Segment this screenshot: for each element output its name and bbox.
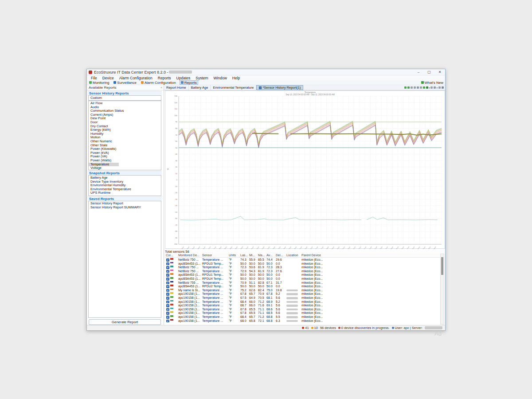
row-checkbox[interactable]: ✓ <box>166 282 169 285</box>
last-cell: 68.0 <box>240 319 249 323</box>
table-row[interactable]: ✓apc190158 (1...Temperature ...°F67.865.… <box>165 292 440 296</box>
report-type-ups-runtime[interactable]: UPS Runtime <box>89 191 161 195</box>
row-checkbox[interactable]: ✓ <box>166 274 169 277</box>
table-row[interactable]: ✓My name is Si...Temperature ...°F75.262… <box>165 289 440 293</box>
row-checkbox[interactable]: ✓ <box>166 270 169 273</box>
column-header-mi-[interactable]: Mi... <box>249 254 258 257</box>
column-header-parent-device[interactable]: Parent Device <box>301 254 355 257</box>
row-checkbox[interactable]: ✓ <box>166 258 169 262</box>
row-checkbox[interactable]: ✓ <box>166 301 169 304</box>
table-row[interactable]: ✓NetBotz 750 ...Temperature ...°F74.355.… <box>165 258 440 262</box>
column-header-location[interactable]: Location <box>286 254 301 257</box>
toolbar-reports[interactable]: Reports <box>180 80 198 85</box>
maximize-button[interactable]: ▢ <box>424 69 434 75</box>
table-row[interactable]: ✓apc190158 (1...Temperature ...°F67.564.… <box>165 296 440 300</box>
row-select-cell: ✓ <box>166 300 176 304</box>
svg-text:0: 0 <box>176 179 178 181</box>
chart-tool-icon-14[interactable] <box>442 86 444 89</box>
table-row[interactable]: ✓apc190158 (1...Temperature ...°F68.466.… <box>165 300 440 304</box>
row-checkbox[interactable]: ✓ <box>166 308 169 311</box>
column-header-sensor[interactable]: Sensor <box>202 254 229 257</box>
row-checkbox[interactable]: ✓ <box>166 297 169 300</box>
menu-file[interactable]: File <box>88 76 100 80</box>
row-checkbox[interactable]: ✓ <box>166 320 169 323</box>
svg-text:08:00: 08:00 <box>219 246 222 249</box>
column-header-av-[interactable]: Av... <box>266 254 276 257</box>
close-button[interactable]: ✕ <box>434 69 445 75</box>
chart-tool-icon-11[interactable] <box>434 86 436 89</box>
chart-tool-icon-5[interactable] <box>417 86 419 89</box>
menu-help[interactable]: Help <box>230 76 243 80</box>
tab-battery-age[interactable]: Battery Age <box>189 85 211 90</box>
row-checkbox[interactable]: ✓ <box>166 285 169 288</box>
chart-tool-icon-13[interactable] <box>438 86 441 89</box>
menu-device[interactable]: Device <box>100 76 117 80</box>
table-row[interactable]: ✓NetBotz 750 ...Temperature ...°F72.353.… <box>165 266 440 270</box>
row-checkbox[interactable]: ✓ <box>166 262 169 266</box>
table-row[interactable]: ✓NetBotz 755 ...Temperature ...°F70.951.… <box>165 281 440 285</box>
row-select-cell: ✓ <box>166 311 176 315</box>
table-scrollbar-thumb[interactable] <box>441 257 443 275</box>
column-header-las-[interactable]: Las... <box>240 254 249 257</box>
toolbar-surveillance[interactable]: Surveillance <box>113 80 137 85</box>
table-row[interactable]: ✓apcB5A453 (1...RPDU1 Temp...°F50.050.05… <box>165 273 440 277</box>
report-type-air-flow[interactable]: Air Flow <box>89 102 161 106</box>
report-type-dew-point[interactable]: Dew Point <box>89 117 161 121</box>
table-row[interactable]: ✓apc190158 (1...Temperature ...°F67.865.… <box>165 311 440 315</box>
min-cell: 55.9 <box>249 258 258 262</box>
generate-report-button[interactable]: Generate Report <box>89 319 161 325</box>
chart-tool-icon-6[interactable] <box>420 86 422 89</box>
toolbar-monitoring[interactable]: Monitoring <box>88 80 110 85</box>
chart-tool-icon-3[interactable] <box>411 86 413 89</box>
menu-alarm-configuration[interactable]: Alarm Configuration <box>117 76 155 80</box>
row-checkbox[interactable]: ✓ <box>166 293 169 296</box>
row-checkbox[interactable]: ✓ <box>166 278 169 281</box>
table-row[interactable]: ✓apc190158 (1...Temperature ...°F68.766.… <box>165 304 440 308</box>
column-header-ma-[interactable]: Ma... <box>258 254 266 257</box>
whats-new-link[interactable]: What's New <box>421 81 443 85</box>
row-checkbox[interactable]: ✓ <box>166 316 169 319</box>
chart-tool-icon-2[interactable] <box>407 86 410 89</box>
chart-canvas[interactable]: 1301201101009080706050403020100-10-20-30… <box>165 91 445 251</box>
chart-tool-icon-1[interactable] <box>404 86 407 89</box>
chart-tool-icon-7[interactable] <box>423 86 425 89</box>
table-row[interactable]: ✓apc190158 (1...Temperature ...°F67.865.… <box>165 308 440 312</box>
menu-window[interactable]: Window <box>211 76 230 80</box>
chart-tool-icon-4[interactable] <box>414 86 416 89</box>
chart-tool-icon-10[interactable] <box>430 86 433 89</box>
menu-updates[interactable]: Updates <box>174 76 193 80</box>
tab-report-home[interactable]: Report Home <box>164 85 189 90</box>
table-row[interactable]: ✓apcB5A453 (1...RPDU3 Temp...°F50.050.05… <box>165 262 440 266</box>
column-header-del-[interactable]: Del... <box>276 254 286 257</box>
table-scrollbar[interactable] <box>440 254 444 325</box>
svg-text:30: 30 <box>176 160 178 162</box>
collapse-panel-icon[interactable]: ‹‹ <box>160 86 162 89</box>
column-header-monitored-de-[interactable]: Monitored De... <box>178 254 202 257</box>
table-row[interactable]: ✓apc190158 (1...Temperature ...°F68.065.… <box>165 319 440 323</box>
minimize-button[interactable]: – <box>413 69 424 75</box>
tab-environmental-temperature[interactable]: Environmental Temperature <box>211 85 256 90</box>
table-row[interactable]: ✓apcB5A453 (1...RPDU2 Temp...°F50.050.05… <box>165 285 440 289</box>
tab--sensor-history-report-1-[interactable]: *Sensor History Report(1) <box>256 85 303 90</box>
table-row[interactable]: ✓apc190158 (1...Temperature ...°F68.465.… <box>165 315 440 319</box>
dropdown-caret-icon[interactable]: ▾ <box>436 86 438 89</box>
menu-system[interactable]: System <box>193 76 211 80</box>
row-checkbox[interactable]: ✓ <box>166 266 169 269</box>
row-checkbox[interactable]: ✓ <box>166 312 169 315</box>
sidebar-header: Available Reports ‹‹ <box>87 85 164 90</box>
svg-text:23:30: 23:30 <box>385 246 388 249</box>
table-row[interactable]: ✓apcB5A453 (1...RPDU4 Temp...°F50.050.05… <box>165 277 440 281</box>
report-type-sensor-history-report-summary[interactable]: Sensor History Report SUMMARY <box>89 206 161 210</box>
toolbar-alarm-configuration[interactable]: Alarm Configuration <box>140 80 177 85</box>
column-header-col-[interactable]: Col... <box>166 254 178 257</box>
chart-tool-icon-8[interactable] <box>426 86 428 89</box>
row-checkbox[interactable]: ✓ <box>166 289 169 292</box>
dropdown-caret-icon[interactable]: ▾ <box>429 86 430 89</box>
report-type-custom[interactable]: Custom <box>89 96 161 100</box>
menu-reports[interactable]: Reports <box>155 76 174 80</box>
row-checkbox[interactable]: ✓ <box>166 304 169 307</box>
report-type-voltage[interactable]: Voltage <box>89 166 161 170</box>
table-row[interactable]: ✓NetBotz 750 ...Temperature ...°F72.954.… <box>165 270 440 274</box>
column-header-units[interactable]: Units <box>229 254 240 257</box>
min-cell: 64.9 <box>249 296 258 300</box>
